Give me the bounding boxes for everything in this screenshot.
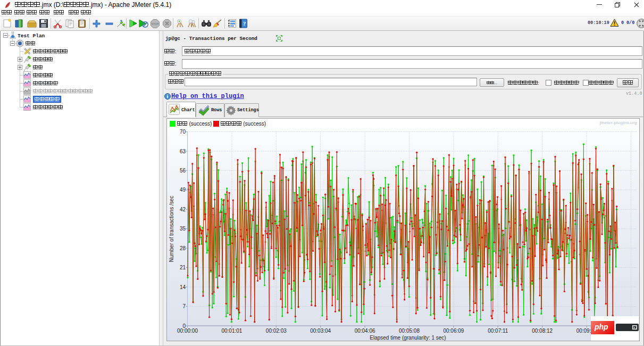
svg-text:49: 49: [180, 187, 186, 193]
svg-text:?: ?: [243, 20, 246, 27]
svg-text:35: 35: [180, 226, 186, 232]
svg-text:Number of transactions /sec: Number of transactions /sec: [169, 196, 174, 262]
svg-text:14: 14: [180, 284, 186, 290]
svg-text:jmeter-plugins.org: jmeter-plugins.org: [599, 120, 637, 125]
svg-text:7: 7: [182, 303, 186, 309]
svg-text:Elapsed time (granularity: 1 s: Elapsed time (granularity: 1 sec): [370, 335, 446, 341]
svg-text:00:05:08: 00:05:08: [399, 328, 420, 334]
svg-text:42: 42: [180, 207, 186, 212]
svg-text:00:04:06: 00:04:06: [355, 328, 375, 334]
svg-text:63: 63: [180, 149, 186, 154]
svg-text:00:06:09: 00:06:09: [443, 328, 464, 334]
svg-text:70: 70: [180, 129, 186, 135]
svg-text:00:00:00: 00:00:00: [177, 328, 198, 334]
svg-text:56: 56: [180, 168, 186, 174]
svg-text:21: 21: [180, 265, 186, 270]
svg-text:00:02:03: 00:02:03: [266, 328, 287, 334]
svg-text:00:01:01: 00:01:01: [221, 328, 242, 334]
svg-text:STOP: STOP: [152, 22, 159, 26]
svg-text:00:07:11: 00:07:11: [488, 328, 508, 334]
svg-text:28: 28: [180, 245, 186, 251]
svg-text:00:03:04: 00:03:04: [310, 328, 331, 334]
svg-text:00:08:12: 00:08:12: [532, 328, 553, 334]
